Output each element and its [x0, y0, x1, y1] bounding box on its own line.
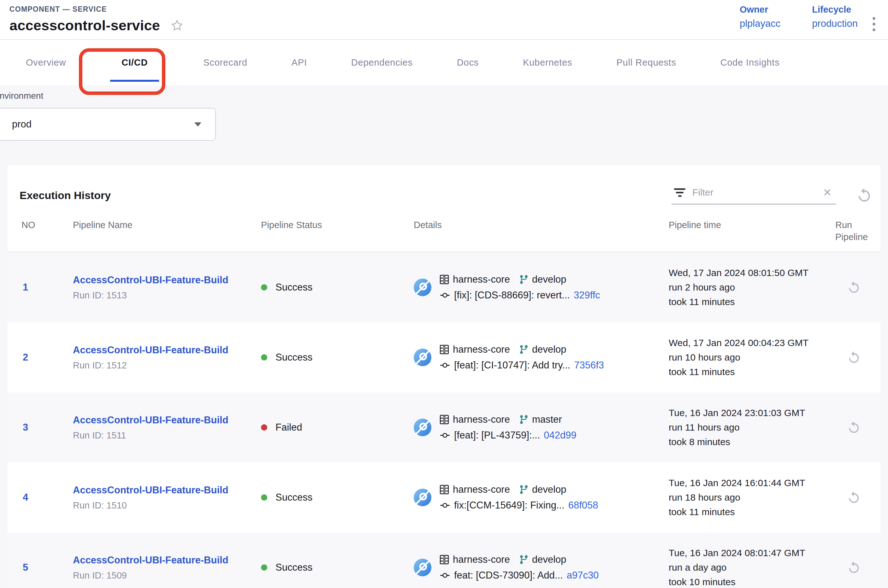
status-dot	[261, 354, 267, 360]
repo-name: harness-core	[453, 344, 510, 355]
repo-name: harness-core	[453, 484, 510, 495]
commit-hash-link[interactable]: 68f058	[568, 500, 598, 511]
commit-message: [fix]: [CDS-88669]: revert...	[454, 290, 570, 301]
pipeline-name-link[interactable]: AccessControl-UBI-Feature-Build	[73, 274, 261, 286]
table-row: 3 AccessControl-UBI-Feature-Build Run ID…	[8, 392, 880, 462]
row-number: 4	[8, 492, 73, 503]
pipeline-name-link[interactable]: AccessControl-UBI-Feature-Build	[73, 555, 261, 566]
status-dot	[261, 494, 267, 501]
column-run-pipeline: Run Pipeline	[835, 219, 880, 252]
run-id: Run ID: 1512	[73, 360, 261, 370]
branch-name: master	[532, 414, 562, 425]
run-pipeline-icon[interactable]	[847, 280, 861, 295]
commit-hash-link[interactable]: 7356f3	[574, 360, 604, 371]
git-branch-icon	[519, 274, 529, 285]
filter-icon	[674, 188, 685, 197]
commit-message: [feat]: [CI-10747]: Add try...	[454, 360, 570, 371]
tab-pull-requests[interactable]: Pull Requests	[616, 57, 676, 68]
run-pipeline-icon[interactable]	[847, 420, 861, 435]
pipeline-name-link[interactable]: AccessControl-UBI-Feature-Build	[73, 484, 261, 496]
repo-icon	[439, 414, 450, 425]
git-commit-icon	[439, 501, 451, 510]
row-number: 2	[8, 352, 73, 363]
column-details: Details	[414, 219, 669, 252]
owner-block: Owner plplayacc	[740, 4, 780, 29]
row-number: 5	[8, 562, 73, 573]
repo-icon	[439, 344, 450, 355]
status-label: Success	[275, 282, 313, 293]
pipeline-time: Tue, 16 Jan 2024 08:01:47 GMT run a day …	[669, 546, 835, 588]
lifecycle-value: production	[812, 18, 858, 29]
table-row: 2 AccessControl-UBI-Feature-Build Run ID…	[8, 322, 880, 392]
tab-api[interactable]: API	[291, 57, 307, 68]
page-header: COMPONENT — SERVICE accesscontrol-servic…	[0, 0, 888, 40]
environment-label: Environment	[0, 91, 888, 101]
tab-cicd[interactable]: CI/CD	[110, 57, 159, 68]
table-row: 1 AccessControl-UBI-Feature-Build Run ID…	[8, 252, 880, 322]
table-row: 4 AccessControl-UBI-Feature-Build Run ID…	[8, 462, 880, 532]
favorite-star-icon[interactable]	[170, 18, 185, 33]
execution-history-card: Execution History ✕ NO Pipeline Name Pip…	[8, 165, 880, 588]
overflow-menu-icon[interactable]	[871, 15, 877, 33]
tab-kubernetes[interactable]: Kubernetes	[523, 57, 572, 68]
table-row: 5 AccessControl-UBI-Feature-Build Run ID…	[8, 532, 880, 588]
branch-name: develop	[532, 484, 566, 495]
tab-bar: Overview CI/CD Scorecard API Dependencie…	[0, 40, 888, 85]
pipeline-time: Tue, 16 Jan 2024 16:01:44 GMT run 18 hou…	[669, 476, 835, 519]
git-branch-icon	[519, 414, 529, 424]
filter-bar: ✕	[672, 186, 836, 204]
git-commit-icon	[439, 430, 451, 440]
status-dot	[261, 564, 267, 571]
repo-name: harness-core	[453, 274, 510, 285]
run-id: Run ID: 1513	[73, 290, 261, 301]
run-pipeline-icon[interactable]	[847, 490, 861, 505]
pipeline-time: Wed, 17 Jan 2024 00:04:23 GMT run 10 hou…	[669, 336, 835, 379]
chevron-down-icon	[194, 122, 201, 126]
harness-ci-icon	[414, 489, 431, 506]
status-dot	[261, 284, 267, 291]
row-number: 3	[8, 422, 73, 433]
filter-input[interactable]	[692, 187, 819, 198]
pipeline-name-link[interactable]: AccessControl-UBI-Feature-Build	[73, 345, 261, 356]
status-label: Success	[275, 562, 313, 573]
commit-hash-link[interactable]: a97c30	[567, 570, 599, 581]
run-id: Run ID: 1511	[73, 430, 261, 441]
git-commit-icon	[439, 571, 451, 580]
environment-select[interactable]: prod	[0, 108, 216, 141]
commit-hash-link[interactable]: 042d99	[544, 430, 576, 441]
run-pipeline-icon[interactable]	[847, 350, 861, 364]
commit-hash-link[interactable]: 329ffc	[574, 290, 600, 301]
page-title: accesscontrol-service	[9, 17, 160, 34]
owner-label: Owner	[740, 4, 780, 15]
git-branch-icon	[519, 555, 529, 565]
branch-name: develop	[532, 274, 566, 285]
column-pipeline-name: Pipeline Name	[73, 219, 261, 252]
repo-icon	[439, 554, 450, 565]
tab-overview[interactable]: Overview	[26, 57, 66, 68]
commit-message: fix:[CCM-15649]: Fixing...	[454, 500, 565, 511]
tab-docs[interactable]: Docs	[457, 57, 479, 68]
status-label: Success	[275, 352, 313, 363]
tab-code-insights[interactable]: Code Insights	[720, 57, 780, 68]
refresh-icon[interactable]	[856, 187, 873, 204]
pipeline-time: Tue, 16 Jan 2024 23:01:03 GMT run 11 hou…	[669, 406, 835, 449]
harness-ci-icon	[414, 559, 431, 576]
lifecycle-block: Lifecycle production	[812, 4, 858, 29]
clear-filter-icon[interactable]: ✕	[819, 186, 837, 199]
git-commit-icon	[439, 360, 451, 370]
repo-icon	[439, 484, 450, 495]
pipeline-time: Wed, 17 Jan 2024 08:01:50 GMT run 2 hour…	[669, 266, 835, 309]
owner-link[interactable]: plplayacc	[740, 18, 780, 29]
tab-dependencies[interactable]: Dependencies	[351, 57, 413, 68]
pipeline-name-link[interactable]: AccessControl-UBI-Feature-Build	[73, 414, 261, 426]
run-pipeline-icon[interactable]	[847, 560, 861, 575]
status-label: Failed	[275, 422, 302, 433]
table-header: NO Pipeline Name Pipeline Status Details…	[8, 219, 880, 252]
repo-name: harness-core	[453, 414, 510, 425]
commit-message: feat: [CDS-73090]: Add...	[454, 570, 563, 581]
harness-ci-icon	[414, 418, 431, 436]
harness-ci-icon	[414, 349, 431, 366]
branch-name: develop	[532, 554, 566, 565]
tab-scorecard[interactable]: Scorecard	[203, 57, 247, 68]
environment-section: Environment prod	[0, 85, 888, 141]
